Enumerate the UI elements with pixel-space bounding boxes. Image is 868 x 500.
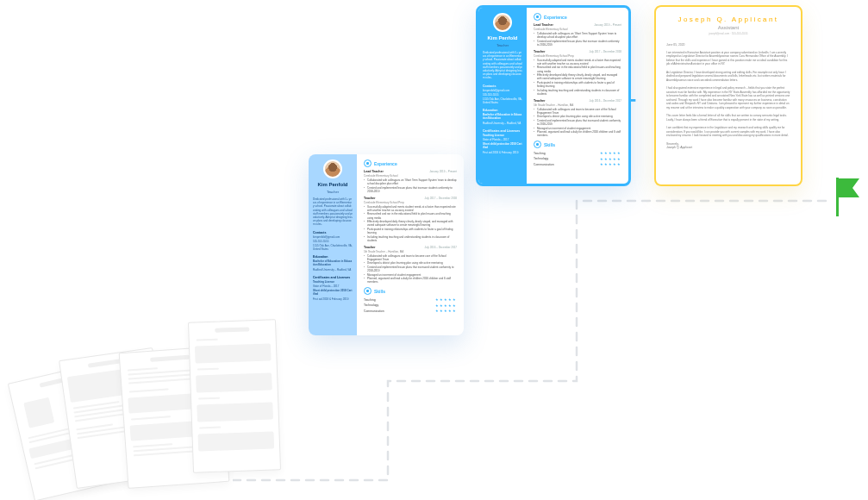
avatar (323, 159, 342, 178)
resume-name: Kim Penfold (313, 182, 353, 187)
section-skills: Skills (364, 287, 457, 295)
cover-letter-name: Joseph Q. Applicant (666, 16, 790, 23)
cover-letter-role: Assistant (666, 25, 790, 30)
resume-name: Kim Penfold (483, 35, 522, 41)
resume-role: Teacher (483, 43, 522, 47)
section-experience: Experience (534, 13, 621, 21)
resume-role: Teacher (313, 190, 353, 194)
section-experience: Experience (364, 159, 457, 167)
section-skills: Skills (534, 141, 621, 148)
resume-document-final: Kim Penfold Teacher Dedicated profession… (476, 5, 631, 186)
blank-templates-stack (20, 319, 270, 491)
avatar (493, 13, 512, 32)
resume-document-draft: Kim Penfold Teacher Dedicated profession… (309, 154, 464, 335)
goal-flag-icon (834, 178, 862, 216)
cover-letter-document: Joseph Q. Applicant Assistant joseph@mai… (654, 5, 802, 186)
blank-template (188, 319, 281, 472)
svg-rect-0 (836, 178, 839, 216)
